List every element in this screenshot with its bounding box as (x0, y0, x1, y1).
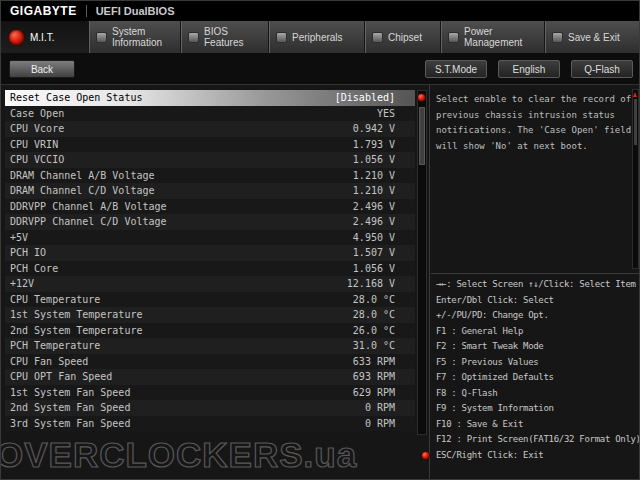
setting-row[interactable]: CPU Fan Speed633 RPM (5, 354, 415, 370)
setting-value: 28.0 °C (353, 309, 395, 320)
chipset-icon (372, 32, 383, 43)
setting-label: 2nd System Temperature (10, 325, 142, 336)
setting-row[interactable]: CPU VRIN1.793 V (5, 137, 415, 153)
setting-value: 26.0 °C (353, 325, 395, 336)
top-bar: GIGABYTE UEFI DualBIOS (1, 1, 640, 21)
setting-row[interactable]: DRAM Channel A/B Voltage1.210 V (5, 168, 415, 184)
setting-row[interactable]: CPU VCCIO1.056 V (5, 152, 415, 168)
key-legend-line: F2 : Smart Tweak Mode (436, 339, 639, 355)
setting-label: CPU Vcore (10, 123, 64, 134)
setting-row[interactable]: +5V4.950 V (5, 230, 415, 246)
selected-row-alert-icon (417, 93, 426, 102)
key-legend-line: ESC/Right Click: Exit (436, 448, 639, 464)
help-scrollbar[interactable] (632, 89, 639, 269)
setting-row[interactable]: DDRVPP Channel A/B Voltage2.496 V (5, 199, 415, 215)
setting-label: CPU Fan Speed (10, 356, 88, 367)
setting-row[interactable]: CPU Vcore0.942 V (5, 121, 415, 137)
system-information-icon (96, 32, 107, 43)
secondary-toolbar: Back S.T.ModeEnglishQ-Flash (1, 53, 640, 85)
setting-value: 1.210 V (353, 170, 395, 181)
setting-value: 693 RPM (353, 371, 395, 382)
setting-row[interactable]: PCH IO1.507 V (5, 245, 415, 261)
key-legend-line: F5 : Previous Values (436, 355, 639, 371)
tab-label: System Information (112, 26, 175, 48)
setting-value: 1.210 V (353, 185, 395, 196)
tab-label: Chipset (388, 32, 422, 43)
tab-chipset[interactable]: Chipset (365, 21, 441, 53)
setting-row[interactable]: PCH Temperature31.0 °C (5, 338, 415, 354)
key-legend: →←: Select Screen ↑↓/Click: Select ItemE… (436, 277, 639, 463)
back-button[interactable]: Back (9, 60, 75, 78)
help-divider (431, 273, 640, 274)
setting-label: DDRVPP Channel C/D Voltage (10, 216, 167, 227)
setting-row[interactable]: +12V12.168 V (5, 276, 415, 292)
tab-m-i-t[interactable]: M.I.T. (1, 21, 89, 53)
app-title: UEFI DualBIOS (96, 5, 175, 17)
help-scrollbar-thumb[interactable] (634, 99, 637, 145)
save-exit-icon (552, 32, 563, 43)
tab-peripherals[interactable]: Peripherals (269, 21, 365, 53)
tab-save-exit[interactable]: Save & Exit (545, 21, 640, 53)
tab-label: Peripherals (292, 32, 343, 43)
key-legend-line: F7 : Optimized Defaults (436, 370, 639, 386)
help-pane: Select enable to clear the record of pre… (431, 85, 640, 480)
setting-value: 1.056 V (353, 263, 395, 274)
item-help-text: Select enable to clear the record of pre… (436, 92, 634, 154)
setting-label: 1st System Temperature (10, 309, 142, 320)
setting-row[interactable]: CPU Temperature28.0 °C (5, 292, 415, 308)
scroll-up-arrow-icon (633, 92, 637, 97)
setting-label: DRAM Channel C/D Voltage (10, 185, 155, 196)
setting-value: YES (377, 108, 395, 119)
setting-row[interactable]: CPU OPT Fan Speed693 RPM (5, 369, 415, 385)
q-flash-button[interactable]: Q-Flash (571, 60, 633, 78)
english-button[interactable]: English (498, 60, 560, 78)
setting-row[interactable]: PCH Core1.056 V (5, 261, 415, 277)
setting-value: 0.942 V (353, 123, 395, 134)
tab-power-management[interactable]: Power Management (441, 21, 545, 53)
setting-row[interactable]: 2nd System Temperature26.0 °C (5, 323, 415, 339)
setting-row[interactable]: Reset Case Open Status[Disabled] (5, 90, 415, 106)
tab-bios-features[interactable]: BIOS Features (181, 21, 269, 53)
brand-divider (86, 5, 87, 17)
setting-value: 633 RPM (353, 356, 395, 367)
key-legend-line: F9 : System Information (436, 401, 639, 417)
setting-value: 2.496 V (353, 216, 395, 227)
tab-system-information[interactable]: System Information (89, 21, 181, 53)
peripherals-icon (276, 32, 287, 43)
setting-value: 12.168 V (347, 278, 395, 289)
settings-pane: Reset Case Open Status[Disabled]Case Ope… (5, 90, 429, 476)
setting-label: 3rd System Fan Speed (10, 418, 130, 429)
setting-value: 0 RPM (365, 418, 395, 429)
setting-value: 31.0 °C (353, 340, 395, 351)
setting-label: PCH Temperature (10, 340, 100, 351)
setting-label: 1st System Fan Speed (10, 387, 130, 398)
content-area: Reset Case Open Status[Disabled]Case Ope… (1, 85, 640, 480)
setting-value: 0 RPM (365, 402, 395, 413)
bios-features-icon (188, 32, 199, 43)
settings-list: Reset Case Open Status[Disabled]Case Ope… (5, 90, 415, 431)
setting-value: 1.793 V (353, 139, 395, 150)
setting-label: DDRVPP Channel A/B Voltage (10, 201, 167, 212)
setting-value: 1.056 V (353, 154, 395, 165)
setting-label: 2nd System Fan Speed (10, 402, 130, 413)
setting-row[interactable]: 3rd System Fan Speed0 RPM (5, 416, 415, 432)
toolbar-right-group: S.T.ModeEnglishQ-Flash (425, 60, 633, 78)
tab-label: M.I.T. (30, 32, 54, 43)
setting-row[interactable]: DRAM Channel C/D Voltage1.210 V (5, 183, 415, 199)
pane-divider (429, 85, 430, 480)
setting-row[interactable]: 1st System Temperature28.0 °C (5, 307, 415, 323)
setting-row[interactable]: DDRVPP Channel C/D Voltage2.496 V (5, 214, 415, 230)
key-legend-line: Enter/Dbl Click: Select (436, 293, 639, 309)
setting-row[interactable]: 2nd System Fan Speed0 RPM (5, 400, 415, 416)
exit-alert-icon (421, 451, 430, 460)
setting-label: +12V (10, 278, 34, 289)
settings-scrollbar-thumb[interactable] (419, 107, 425, 165)
setting-value: 4.950 V (353, 232, 395, 243)
setting-row[interactable]: Case OpenYES (5, 106, 415, 122)
power-management-icon (448, 32, 459, 43)
s-t-mode-button[interactable]: S.T.Mode (425, 60, 487, 78)
settings-scrollbar[interactable] (417, 90, 427, 435)
setting-row[interactable]: 1st System Fan Speed629 RPM (5, 385, 415, 401)
setting-label: CPU VRIN (10, 139, 58, 150)
setting-label: CPU OPT Fan Speed (10, 371, 112, 382)
